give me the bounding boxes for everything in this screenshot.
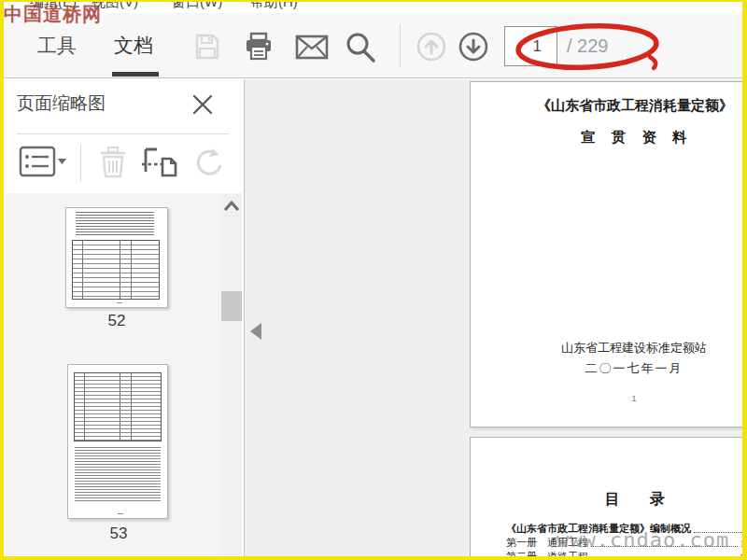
email-icon[interactable] — [294, 31, 330, 63]
thumbnail-page-53[interactable] — [67, 364, 168, 519]
toc-entry: 第二册 道路工程 3 — [506, 550, 742, 556]
scrollbar-thumb[interactable] — [221, 291, 242, 321]
frame-border-bottom — [0, 556, 747, 560]
toolbar-separator — [400, 24, 401, 67]
tab-tools[interactable]: 工具 — [30, 13, 84, 78]
thumbnail-scrollbar[interactable] — [221, 193, 242, 555]
thumbnail-label: 52 — [65, 312, 168, 330]
crop-pages-icon[interactable] — [140, 145, 179, 180]
scroll-up-icon[interactable] — [221, 197, 242, 216]
thumbnail-label: 53 — [67, 525, 170, 543]
thumbnail-page-number-mark — [118, 513, 123, 514]
frame-border-top — [0, 0, 747, 2]
toc-heading: 目 录 — [471, 490, 742, 510]
document-page-2: 目 录 《山东省市政工程消耗量定额》编制概况 第一册 通用工程 1 第二册 道路… — [470, 437, 742, 556]
page-total-label: / 229 — [567, 13, 608, 78]
document-title: 《山东省市政工程消耗量定额》 — [471, 97, 742, 115]
menu-item-view[interactable]: 视图(V) — [92, 1, 138, 11]
close-icon[interactable] — [190, 92, 215, 117]
rotate-icon[interactable] — [192, 147, 226, 180]
main-toolbar: 工具 文档 — [4, 13, 742, 78]
page-number-input[interactable] — [504, 26, 557, 66]
document-page-number: 1 — [471, 394, 742, 403]
tab-document[interactable]: 文档 — [106, 13, 161, 78]
toc-entry-title: 《山东省市政工程消耗量定额》编制概况 — [506, 522, 691, 536]
search-icon[interactable] — [344, 31, 377, 64]
toc-entry: 第一册 通用工程 1 — [506, 536, 742, 550]
menu-item-edit[interactable]: 编辑(E) — [30, 1, 77, 11]
thumbnail-content-table — [72, 240, 160, 300]
pdf-reader-window: 编辑(E) 视图(V) 窗口(W) 帮助(H) 工具 文档 — [0, 0, 747, 560]
toc-entry-title: 第二册 道路工程 — [506, 550, 588, 556]
menu-item-help[interactable]: 帮助(H) — [250, 1, 298, 11]
thumbnail-panel: 页面缩略图 — [4, 79, 245, 556]
toc-leader-dots — [591, 546, 738, 547]
panel-title: 页面缩略图 — [17, 91, 106, 116]
toc-leader-dots — [694, 532, 742, 533]
thumbnail-page-52[interactable] — [65, 207, 168, 308]
document-subtitle: 宣 贯 资 料 — [471, 129, 742, 147]
collapse-panel-icon[interactable] — [250, 323, 261, 340]
frame-border-left — [0, 0, 4, 560]
document-publisher: 山东省工程建设标准定额站 — [471, 340, 742, 357]
page-up-icon[interactable] — [416, 31, 447, 63]
menu-bar: 编辑(E) 视图(V) 窗口(W) 帮助(H) — [4, 1, 742, 13]
thumbnail-list: 52 53 — [6, 193, 221, 555]
frame-border-right — [742, 0, 747, 560]
panel-divider — [17, 133, 229, 134]
toc-list: 《山东省市政工程消耗量定额》编制概况 第一册 通用工程 1 第二册 道路工程 3 — [506, 522, 742, 556]
save-icon[interactable] — [191, 31, 223, 63]
thumbnail-content-table — [74, 372, 162, 441]
page-down-icon[interactable] — [458, 31, 489, 63]
print-icon[interactable] — [243, 31, 275, 63]
active-tab-underline — [112, 72, 159, 77]
panel-toolbar-separator — [80, 145, 81, 182]
toc-entry-title: 第一册 通用工程 — [506, 536, 588, 550]
thumbnail-page-number-mark — [117, 302, 122, 303]
document-page-1: 《山东省市政工程消耗量定额》 宣 贯 资 料 山东省工程建设标准定额站 二〇一七… — [470, 81, 742, 427]
trash-icon[interactable] — [97, 145, 129, 180]
options-icon[interactable] — [19, 143, 67, 180]
toc-entry: 《山东省市政工程消耗量定额》编制概况 — [506, 522, 742, 536]
document-date: 二〇一七年一月 — [471, 360, 742, 377]
thumbnail-content-paragraph — [75, 447, 161, 501]
document-area: 《山东省市政工程消耗量定额》 宣 贯 资 料 山东省工程建设标准定额站 二〇一七… — [245, 79, 742, 556]
thumbnail-content-lines — [76, 212, 154, 236]
menu-item-window[interactable]: 窗口(W) — [172, 1, 222, 11]
